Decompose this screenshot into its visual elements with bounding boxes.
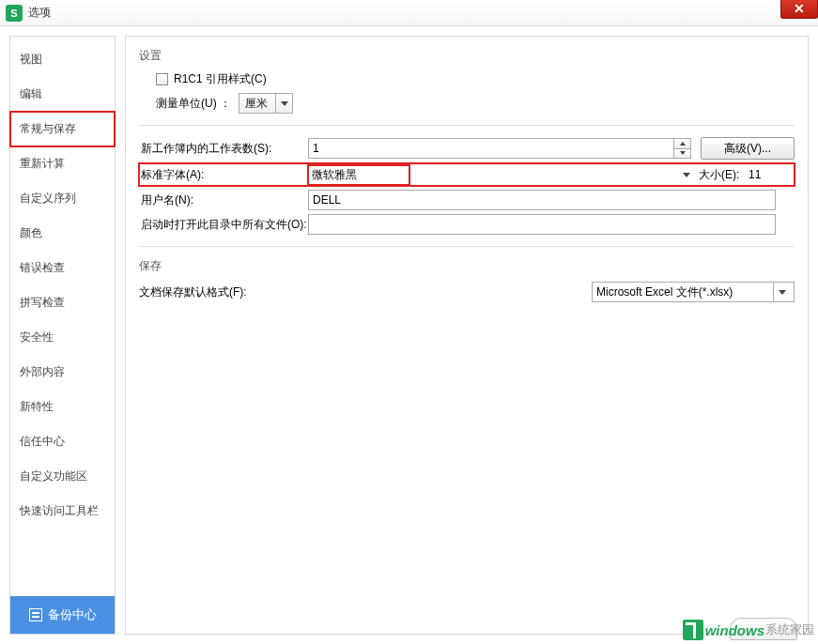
font-dropdown-icon[interactable] [678, 164, 695, 185]
chevron-down-icon [275, 94, 292, 113]
user-label: 用户名(N): [139, 192, 308, 208]
app-icon: S [6, 5, 23, 22]
advanced-button[interactable]: 高级(V)... [701, 137, 795, 160]
format-value: Microsoft Excel 文件(*.xlsx) [596, 284, 733, 300]
watermark-text-2: 系统家园 [765, 621, 814, 638]
user-value: DELL [313, 193, 341, 207]
backup-center-button[interactable]: 备份中心 [10, 596, 115, 634]
sidebar-item-recalc[interactable]: 重新计算 [10, 146, 115, 181]
sidebar-item-general-save[interactable]: 常规与保存 [10, 112, 115, 146]
sheets-spinner[interactable] [674, 138, 691, 159]
watermark-text-1: windows [705, 622, 764, 638]
sidebar-item-security[interactable]: 安全性 [10, 320, 115, 355]
divider [139, 125, 795, 126]
sidebar-item-spell-check[interactable]: 拼写检查 [10, 285, 115, 320]
startup-row: 启动时打开此目录中所有文件(O): [139, 214, 795, 235]
user-input[interactable]: DELL [308, 190, 776, 210]
font-row: 标准字体(A): 微软雅黑 大小(E): 11 [139, 163, 795, 186]
sidebar: 视图 编辑 常规与保存 重新计算 自定义序列 颜色 错误检查 拼写检查 安全性 … [9, 36, 116, 635]
format-row: 文档保存默认格式(F): Microsoft Excel 文件(*.xlsx) [139, 282, 795, 302]
r1c1-label: R1C1 引用样式(C) [174, 71, 267, 87]
advanced-label: 高级(V)... [724, 141, 771, 157]
sheets-input[interactable]: 1 [308, 138, 674, 159]
unit-label: 测量单位(U) ： [156, 96, 231, 112]
chevron-down-icon [773, 283, 790, 301]
sidebar-item-external[interactable]: 外部内容 [10, 355, 115, 390]
r1c1-checkbox[interactable] [156, 73, 168, 85]
sidebar-item-new-features[interactable]: 新特性 [10, 390, 115, 424]
sheets-value: 1 [313, 142, 319, 155]
sidebar-item-custom-list[interactable]: 自定义序列 [10, 181, 115, 216]
startup-label: 启动时打开此目录中所有文件(O): [139, 217, 308, 233]
sheets-row: 新工作簿内的工作表数(S): 1 高级(V)... [139, 137, 795, 160]
titlebar: S 选项 ✕ [0, 0, 818, 26]
startup-input[interactable] [308, 214, 776, 235]
sidebar-item-error-check[interactable]: 错误检查 [10, 251, 115, 285]
sidebar-item-custom-ribbon[interactable]: 自定义功能区 [10, 459, 115, 494]
sidebar-item-edit[interactable]: 编辑 [10, 77, 115, 112]
font-label: 标准字体(A): [139, 167, 308, 183]
size-value: 11 [749, 168, 761, 181]
spinner-down-icon[interactable] [674, 149, 690, 159]
window-title: 选项 [28, 5, 51, 21]
size-input[interactable]: 11 [744, 164, 783, 185]
unit-value: 厘米 [239, 96, 275, 112]
watermark: windows 系统家园 [683, 620, 814, 640]
spinner-up-icon[interactable] [674, 139, 690, 149]
sidebar-item-trust-center[interactable]: 信任中心 [10, 424, 115, 459]
settings-section-label: 设置 [139, 48, 795, 64]
save-section-label: 保存 [139, 258, 795, 274]
font-value-box: 微软雅黑 [308, 165, 409, 185]
sidebar-item-color[interactable]: 颜色 [10, 216, 115, 251]
size-dropdown-icon[interactable] [783, 164, 795, 185]
user-row: 用户名(N): DELL [139, 190, 795, 210]
sidebar-item-quick-access[interactable]: 快速访问工具栏 [10, 494, 115, 529]
size-label: 大小(E): [695, 167, 744, 183]
r1c1-row: R1C1 引用样式(C) [156, 71, 795, 87]
format-combo[interactable]: Microsoft Excel 文件(*.xlsx) [592, 282, 795, 302]
watermark-icon [683, 620, 703, 640]
backup-label: 备份中心 [48, 606, 97, 623]
main-panel: 设置 R1C1 引用样式(C) 测量单位(U) ： 厘米 新工作簿内的工作表数(… [125, 36, 809, 635]
close-button[interactable]: ✕ [780, 0, 818, 19]
sheets-label: 新工作簿内的工作表数(S): [139, 141, 308, 157]
format-label: 文档保存默认格式(F): [139, 284, 592, 300]
backup-icon [29, 608, 42, 621]
unit-row: 测量单位(U) ： 厘米 [156, 93, 795, 114]
divider [139, 246, 795, 247]
unit-combo[interactable]: 厘米 [239, 93, 293, 114]
font-value: 微软雅黑 [312, 168, 357, 181]
sidebar-item-view[interactable]: 视图 [10, 42, 115, 77]
